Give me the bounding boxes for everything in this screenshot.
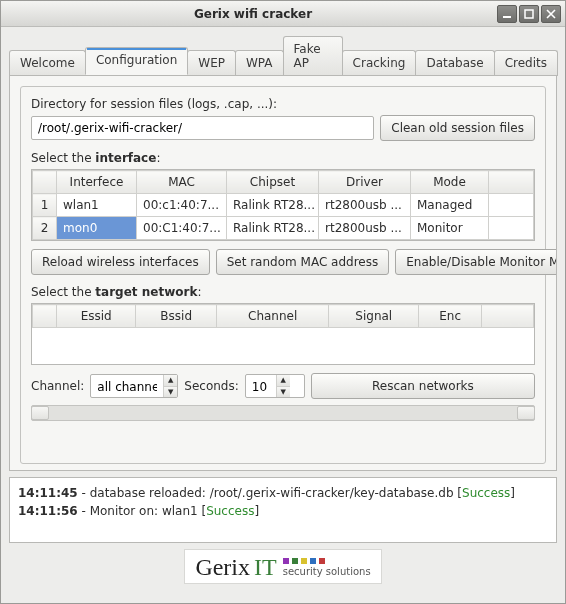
table-header-row: Essid Bssid Channel Signal Enc <box>33 305 534 328</box>
iface-label: Select the interface: <box>31 151 535 165</box>
reload-interfaces-button[interactable]: Reload wireless interfaces <box>31 249 210 275</box>
session-dir-label: Directory for session files (logs, .cap,… <box>31 97 535 111</box>
tab-label: Configuration <box>96 53 177 67</box>
log-panel: 14:11:45 - database reloaded: /root/.ger… <box>9 477 557 543</box>
interface-table[interactable]: Interfece MAC Chipset Driver Mode 1 wlan… <box>31 169 535 241</box>
titlebar: Gerix wifi cracker <box>1 1 565 27</box>
brand-logo: GerixIT security solutions <box>1 549 565 584</box>
random-mac-button[interactable]: Set random MAC address <box>216 249 390 275</box>
scan-controls: Channel: ▲▼ Seconds: ▲▼ Rescan networks <box>31 373 535 399</box>
seconds-input[interactable] <box>246 375 276 399</box>
session-dir-input[interactable] <box>31 116 374 140</box>
maximize-button[interactable] <box>519 5 539 23</box>
tab-database[interactable]: Database <box>415 50 494 76</box>
table-header-row: Interfece MAC Chipset Driver Mode <box>33 171 534 194</box>
toggle-monitor-button[interactable]: Enable/Disable Monitor Mode <box>395 249 557 275</box>
config-panel: Directory for session files (logs, .cap,… <box>20 86 546 464</box>
log-line: 14:11:45 - database reloaded: /root/.ger… <box>18 484 548 502</box>
stepper-down-icon[interactable]: ▼ <box>277 387 290 398</box>
window-title: Gerix wifi cracker <box>179 7 327 21</box>
horizontal-scrollbar[interactable] <box>31 405 535 421</box>
tab-wpa[interactable]: WPA <box>235 50 284 76</box>
tab-strip: Welcome Configuration WEP WPA Fake AP Cr… <box>1 27 565 75</box>
brand-name: GerixIT <box>195 554 276 581</box>
tab-cracking[interactable]: Cracking <box>342 50 417 76</box>
tab-body: Directory for session files (logs, .cap,… <box>9 75 557 471</box>
tab-credits[interactable]: Credits <box>494 50 558 76</box>
seconds-label: Seconds: <box>184 379 238 393</box>
channel-select[interactable]: ▲▼ <box>90 374 178 398</box>
table-row[interactable]: 1 wlan1 00:c1:40:7... Ralink RT28... rt2… <box>33 194 534 217</box>
channel-input[interactable] <box>91 375 163 399</box>
svg-rect-1 <box>525 10 533 18</box>
stepper-up-icon[interactable]: ▲ <box>164 375 177 387</box>
log-line: 14:11:56 - Monitor on: wlan1 [Success] <box>18 502 548 520</box>
network-table[interactable]: Essid Bssid Channel Signal Enc <box>31 303 535 365</box>
svg-rect-0 <box>503 16 511 18</box>
table-row[interactable]: 2 mon0 00:C1:40:7... Ralink RT28... rt28… <box>33 217 534 240</box>
target-network-label: Select the target network: <box>31 285 535 299</box>
seconds-stepper[interactable]: ▲▼ <box>245 374 305 398</box>
window-controls <box>497 5 561 23</box>
tab-welcome[interactable]: Welcome <box>9 50 86 76</box>
rescan-button[interactable]: Rescan networks <box>311 373 535 399</box>
tab-configuration[interactable]: Configuration <box>85 47 188 75</box>
tab-wep[interactable]: WEP <box>187 50 236 76</box>
tab-fakeap[interactable]: Fake AP <box>283 36 343 76</box>
minimize-button[interactable] <box>497 5 517 23</box>
channel-label: Channel: <box>31 379 84 393</box>
window: Gerix wifi cracker Welcome Configuration… <box>0 0 566 604</box>
brand-dots <box>283 558 325 564</box>
clean-session-button[interactable]: Clean old session files <box>380 115 535 141</box>
stepper-down-icon[interactable]: ▼ <box>164 387 177 398</box>
close-button[interactable] <box>541 5 561 23</box>
brand-tagline: security solutions <box>283 566 371 577</box>
stepper-up-icon[interactable]: ▲ <box>277 375 290 387</box>
